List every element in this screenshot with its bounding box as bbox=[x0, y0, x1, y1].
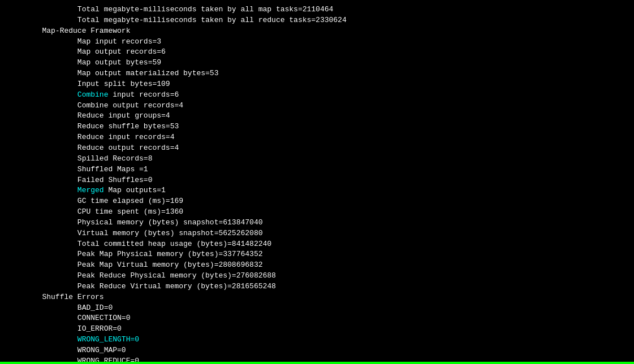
terminal-line: IO_ERROR=0 bbox=[7, 324, 627, 335]
terminal-line: Reduce input records=4 bbox=[7, 132, 627, 143]
terminal-line: Physical memory (bytes) snapshot=6138470… bbox=[7, 218, 627, 228]
terminal-line: Map-Reduce Framework bbox=[7, 26, 627, 37]
terminal-line: WRONG_LENGTH=0 bbox=[7, 335, 627, 345]
terminal-line: Failed Shuffles=0 bbox=[7, 175, 627, 186]
terminal-line: GC time elapsed (ms)=169 bbox=[7, 196, 627, 207]
terminal-line: Shuffled Maps =1 bbox=[7, 164, 627, 175]
terminal-line: Virtual memory (bytes) snapshot=56252620… bbox=[7, 228, 627, 239]
terminal-line: Peak Map Physical memory (bytes)=3377643… bbox=[7, 249, 627, 260]
terminal-line: Total megabyte-milliseconds taken by all… bbox=[7, 5, 627, 15]
terminal-line: Reduce input groups=4 bbox=[7, 111, 627, 122]
terminal-line: WRONG_MAP=0 bbox=[7, 345, 627, 356]
terminal-line: Total committed heap usage (bytes)=84148… bbox=[7, 239, 627, 250]
terminal-line: Map output bytes=59 bbox=[7, 58, 627, 68]
terminal-line: Reduce shuffle bytes=53 bbox=[7, 122, 627, 132]
terminal-line: BAD_ID=0 bbox=[7, 303, 627, 314]
terminal-line: Merged Map outputs=1 bbox=[7, 185, 627, 196]
terminal-line: Peak Reduce Physical memory (bytes)=2760… bbox=[7, 271, 627, 281]
terminal-line: CONNECTION=0 bbox=[7, 313, 627, 324]
terminal-line: Combine input records=6 bbox=[7, 90, 627, 101]
terminal-line: Combine output records=4 bbox=[7, 101, 627, 111]
terminal-output: Total megabyte-milliseconds taken by all… bbox=[0, 0, 634, 364]
bottom-status-bar bbox=[0, 362, 634, 364]
terminal-line: Peak Reduce Virtual memory (bytes)=28165… bbox=[7, 281, 627, 292]
terminal-line: Total megabyte-milliseconds taken by all… bbox=[7, 15, 627, 26]
terminal-line: Shuffle Errors bbox=[7, 292, 627, 303]
terminal-line: Input split bytes=109 bbox=[7, 79, 627, 90]
terminal-line: Spilled Records=8 bbox=[7, 154, 627, 164]
terminal-line: CPU time spent (ms)=1360 bbox=[7, 207, 627, 218]
terminal-line: Reduce output records=4 bbox=[7, 143, 627, 154]
terminal-line: Map output records=6 bbox=[7, 47, 627, 58]
terminal-line: Map output materialized bytes=53 bbox=[7, 68, 627, 79]
terminal-line: Map input records=3 bbox=[7, 37, 627, 47]
terminal-line: Peak Map Virtual memory (bytes)=28086968… bbox=[7, 260, 627, 271]
